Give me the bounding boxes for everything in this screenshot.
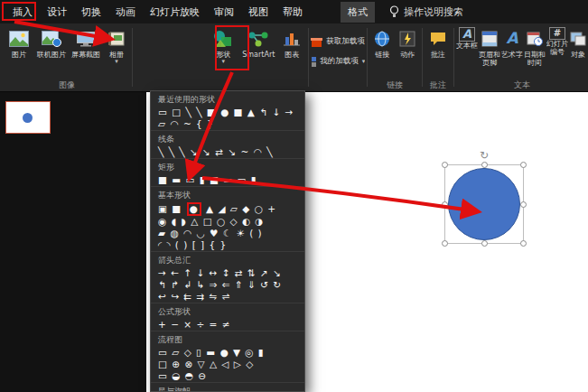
shape-row[interactable]: → ← ↑ ↓ ↔ ↕ ⇄ ⇅ ↗ ↘ [151,267,304,279]
my-addins-button[interactable]: 我的加载项 ▾ [311,51,365,71]
shape-row[interactable]: ◜ ◝ ( ) [ ] { } [151,239,304,251]
group-label-links: 链接 [369,79,420,91]
shape-row[interactable]: ╲ ╲ ╲ ↘ ↘ ⇄ ↘ ~ ◠ ╲ [151,146,304,158]
ribbon-divider [422,28,423,87]
shape-row[interactable]: □ ⊕ ⊗ ▽ △ ◁ ▷ ◇ [151,359,304,370]
comment-button[interactable]: 批注 [425,25,452,78]
picture-button[interactable]: 图片 [4,25,34,78]
link-label: 链接 [375,51,389,59]
shape-row[interactable]: ▭ ◒ ◓ ⊖ [151,370,304,382]
shapes-section-title: 基本形状 [151,186,304,202]
group-label-text: 文本 [456,79,588,91]
header-footer-label: 页眉和页脚 [478,51,501,67]
group-label-addins [311,79,365,91]
menu-bar: 插入 设计 切换 动画 幻灯片放映 审阅 视图 帮助 格式 操作说明搜索 [0,0,588,23]
shapes-section-title: 线条 [151,130,304,146]
date-time-label: 日期和时间 [523,51,546,67]
rotate-handle-icon[interactable]: ↻ [480,149,489,162]
ribbon-group-images: 图片 联机图片 屏幕截图 [4,23,130,91]
resize-handle-sw[interactable] [442,240,448,247]
oval-shape-item[interactable]: ● [190,203,199,214]
textbox-icon: A [459,27,475,42]
resize-handle-nw[interactable] [442,162,448,168]
ribbon-group-illustrations: 形状 ▾ SmartArt 图表 [207,23,306,91]
resize-handle-e[interactable] [520,201,527,208]
chevron-down-icon: ▾ [115,59,118,64]
resize-handle-se[interactable] [520,240,527,247]
object-label: 对象 [571,51,585,59]
ribbon-group-links: 链接 动作 链接 [369,23,420,91]
chart-button[interactable]: 图表 [277,25,306,78]
object-button[interactable]: 对象 [568,25,588,78]
comment-label: 批注 [431,51,445,59]
online-pictures-button[interactable]: 联机图片 [34,25,69,78]
tab-animations[interactable]: 动画 [108,2,143,23]
slide-number-label: 幻灯片编号 [546,40,568,56]
shapes-section-equation: 公式形状 + − × ÷ = ≠ [151,303,304,331]
resize-handle-n[interactable] [481,162,488,168]
shape-row[interactable]: ↰ ↱ ↲ ↳ ⇒ ⇐ ⇑ ⇓ ↺ ↻ [151,279,304,291]
group-label-comments: 批注 [425,79,452,91]
slide-number-icon: # [549,27,565,40]
shape-row[interactable]: ▰ ◍ ◠ ◡ ♥ ☾ ☀ ( ) [151,228,304,239]
header-footer-icon [481,27,498,51]
shape-row[interactable]: ◉ ◖ ◗ △ □ ○ ◇ ◐ ◑ [151,216,304,228]
resize-handle-s[interactable] [481,240,488,247]
photo-album-button[interactable]: 相册 ▾ [103,25,130,78]
basic-shapes-pre[interactable]: ▣ ■ [158,203,182,214]
tab-view[interactable]: 视图 [241,2,275,23]
chart-icon [282,27,302,51]
online-pictures-icon [42,27,61,51]
wordart-button[interactable]: A 艺术字 [501,25,523,78]
shapes-section-flowchart: 流程图 ▭ ▱ ◇ ▯ ▬ ● ▼ ◎ ▮ □ ⊕ ⊗ ▽ △ ◁ ▷ ◇ ▭ … [151,331,304,382]
shape-row[interactable]: ▱ ◠ ~ { } [151,118,304,130]
shapes-section-title: 公式形状 [151,303,304,319]
screenshot-button[interactable]: 屏幕截图 [69,25,103,78]
tab-transitions[interactable]: 切换 [74,2,108,23]
tab-design[interactable]: 设计 [40,2,74,23]
ribbon-divider [367,28,368,87]
basic-shapes-post[interactable]: ▲ ◢ ▱ ◆ ○ + [206,203,276,214]
link-button[interactable]: 链接 [369,25,395,78]
shapes-button[interactable]: 形状 ▾ [207,25,239,78]
get-addins-label: 获取加载项 [326,36,365,47]
my-addins-icon [311,56,316,68]
tellme-search[interactable]: 操作说明搜索 [389,5,463,19]
textbox-button[interactable]: A 文本框 [456,25,478,78]
date-time-button[interactable]: 日期和时间 [523,25,546,78]
ribbon-group-text: A 文本框 页眉和页脚 A 艺术字 [456,23,588,91]
store-icon [311,36,322,48]
resize-handle-w[interactable] [442,201,448,208]
header-footer-button[interactable]: 页眉和页脚 [478,25,501,78]
shape-row[interactable]: ↩ ↪ ⇇ ⇉ ⇋ ⇌ [151,291,304,303]
online-pictures-label: 联机图片 [37,51,66,59]
resize-handle-ne[interactable] [520,162,527,168]
wordart-label: 艺术字 [501,51,523,59]
shapes-section-arrows: 箭头总汇 → ← ↑ ↓ ↔ ↕ ⇄ ⇅ ↗ ↘ ↰ ↱ ↲ ↳ ⇒ ⇐ ⇑ ⇓… [151,251,304,303]
tab-help[interactable]: 帮助 [275,2,310,23]
shape-row[interactable]: ▭ ▱ ◇ ▯ ▬ ● ▼ ◎ ▮ [151,347,304,359]
tab-slideshow[interactable]: 幻灯片放映 [143,2,207,23]
shapes-section-title: 流程图 [151,331,304,347]
smartart-button[interactable]: SmartArt [239,25,277,78]
my-addins-label: 我的加载项 [320,56,359,67]
shape-row[interactable]: ▭ □ ╲ ╲ ■ ● ■ ▲ ↰ ↓ → [151,107,304,118]
shape-row[interactable]: ■ ▬ ▭ ▮ ■ ▬ ▭ ▮ [151,174,304,186]
tellme-label: 操作说明搜索 [404,5,463,19]
shapes-icon [212,27,234,51]
smartart-icon [247,27,269,51]
shape-row[interactable]: + − × ÷ = ≠ [151,319,304,331]
get-addins-button[interactable]: 获取加载项 [311,32,365,51]
slide-number-button[interactable]: # 幻灯片编号 [546,25,568,78]
shapes-section-title: 星与旗帜 [151,382,304,392]
tab-review[interactable]: 审阅 [207,2,241,23]
lightbulb-icon [389,5,399,18]
picture-label: 图片 [12,51,26,59]
tab-insert[interactable]: 插入 [5,2,40,23]
shapes-section-stars: 星与旗帜 ★ ☆ * ★ ☆ * ★ ☆ ☆ ★ ☆ ★ [151,382,304,392]
tab-format[interactable]: 格式 [341,2,375,23]
action-button[interactable]: 动作 [395,25,420,78]
oval-shape[interactable] [448,168,520,240]
ribbon-divider [132,28,133,87]
slide-thumbnail[interactable] [5,101,51,134]
